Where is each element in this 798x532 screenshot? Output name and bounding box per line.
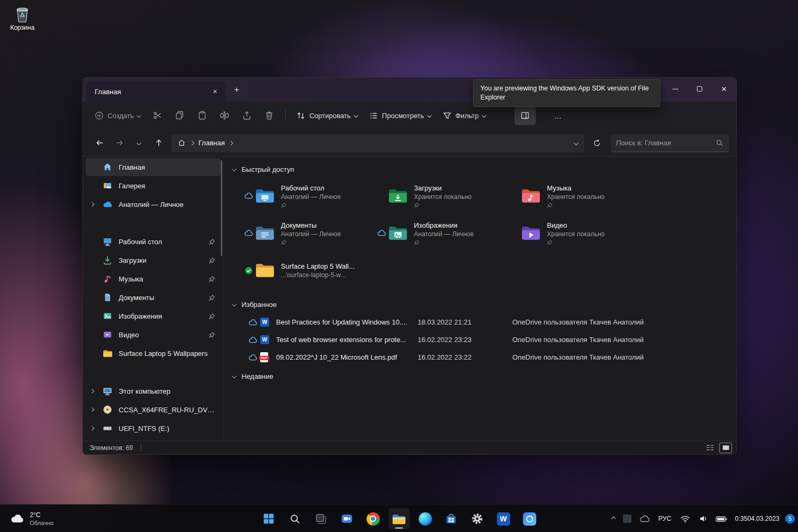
file-row[interactable]: PDF 09.02.2022^J 10_22 Microsoft Lens.pd… (229, 348, 736, 366)
sidebar-item-gallery[interactable]: Галерея (86, 177, 221, 195)
chevron-down-icon (232, 302, 236, 306)
chevron-down-icon (232, 374, 236, 378)
address-dropdown-chevron[interactable] (574, 140, 578, 145)
sidebar-item-home[interactable]: Главная (86, 158, 221, 176)
taskbar-edge-icon[interactable] (414, 508, 436, 529)
tile-music[interactable]: Музыка Хранится локально (506, 179, 639, 212)
wifi-icon[interactable] (678, 509, 693, 528)
gallery-icon (102, 180, 113, 191)
taskbar-chat-icon[interactable] (336, 508, 358, 529)
minimize-button[interactable] (663, 78, 687, 100)
sidebar-item-drive-e[interactable]: UEFI_NTFS (E:) (86, 419, 221, 437)
battery-icon[interactable] (713, 509, 729, 528)
tile-documents[interactable]: Документы Анатолий — Личное (240, 217, 373, 250)
home-icon (178, 139, 186, 147)
file-row[interactable]: W Test of web browser extensions for pro… (229, 331, 736, 348)
rename-button[interactable] (214, 106, 235, 125)
expand-chevron[interactable] (90, 408, 102, 411)
tile-downloads[interactable]: Загрузки Хранится локально (373, 179, 506, 212)
details-view-button[interactable] (703, 443, 716, 453)
sidebar-scrollbar[interactable] (221, 160, 222, 256)
create-button[interactable]: Создать (89, 106, 146, 125)
tile-pictures[interactable]: Изображения Анатолий — Личное (373, 217, 506, 250)
tray-app-icon[interactable] (621, 509, 634, 528)
forward-button[interactable] (110, 135, 128, 152)
section-favorites[interactable]: Избранное (229, 298, 736, 310)
expand-chevron[interactable] (90, 389, 102, 393)
cloud-sync-icon (248, 319, 260, 326)
paste-button[interactable] (192, 106, 213, 125)
tab-home[interactable]: Главная ✕ (86, 81, 226, 102)
taskbar-file-explorer-icon[interactable] (388, 508, 410, 529)
taskbar-settings-icon[interactable] (467, 508, 488, 529)
delete-button[interactable] (259, 106, 280, 125)
recycle-bin-label: Корзина (10, 24, 35, 31)
search-box[interactable] (611, 134, 729, 152)
close-button[interactable]: ✕ (712, 78, 736, 100)
folder-icon (255, 262, 276, 278)
computer-icon (102, 386, 113, 396)
expand-chevron[interactable] (90, 427, 102, 430)
share-button[interactable] (236, 106, 257, 125)
file-explorer-icon (392, 513, 406, 525)
details-pane-toggle[interactable] (514, 106, 536, 125)
taskbar-chrome-icon[interactable] (362, 508, 384, 529)
clock[interactable]: 0:35 04.03.2023 (733, 509, 782, 528)
tile-desktop[interactable]: Рабочий стол Анатолий — Личное (240, 179, 373, 212)
sidebar-item-this-pc[interactable]: Этот компьютер (86, 382, 221, 400)
search-input[interactable] (616, 139, 716, 147)
sort-button[interactable]: Сортировать (291, 106, 363, 125)
start-button[interactable] (258, 508, 279, 529)
desktop: Корзина Главная ✕ + ✕ You are previewing… (0, 0, 798, 532)
address-bar-row: Главная (83, 129, 736, 157)
taskbar-store-icon[interactable] (440, 508, 462, 529)
onedrive-tray-icon[interactable] (637, 509, 652, 528)
large-icons-view-button[interactable] (719, 443, 732, 453)
new-tab-button[interactable]: + (228, 81, 246, 98)
disc-icon (102, 404, 113, 415)
tray-overflow-button[interactable] (610, 509, 617, 528)
expand-chevron[interactable] (90, 203, 102, 206)
task-view-button[interactable] (310, 508, 331, 529)
more-options-button[interactable]: … (547, 106, 569, 125)
sidebar-item-downloads[interactable]: Загрузки (86, 251, 221, 269)
taskbar-word-icon[interactable]: W (493, 508, 514, 529)
arrow-right-icon (115, 138, 124, 147)
weather-widget[interactable]: 2°C Облачно (5, 505, 58, 532)
breadcrumb[interactable]: Главная (171, 134, 584, 152)
section-recent[interactable]: Недавние (229, 370, 736, 382)
file-row[interactable]: W Best Practices for Updating Windows 10… (229, 313, 736, 331)
filter-button[interactable]: Фильтр (437, 106, 491, 125)
up-button[interactable] (149, 135, 168, 152)
maximize-button[interactable] (687, 78, 712, 100)
sidebar-item-desktop[interactable]: Рабочий стол (86, 232, 221, 251)
volume-icon[interactable] (696, 509, 710, 528)
sidebar-item-onedrive[interactable]: Анатолий — Личное (86, 195, 221, 213)
view-button[interactable]: Просмотреть (364, 106, 436, 125)
refresh-button[interactable] (588, 135, 606, 152)
section-quick-access[interactable]: Быстрый доступ (229, 163, 736, 175)
sidebar-item-pictures[interactable]: Изображения (86, 307, 221, 325)
documents-icon (102, 292, 113, 303)
sidebar-item-music[interactable]: Музыка (86, 270, 221, 288)
sidebar-item-drive-d[interactable]: CCSA_X64FRE_RU-RU_DV5 (D:) (86, 401, 221, 419)
breadcrumb-item-home[interactable]: Главная (198, 139, 225, 147)
sidebar-item-wallpapers-folder[interactable]: Surface Laptop 5 Wallpapers (86, 344, 221, 362)
file-date: 16.02.2022 23:22 (418, 353, 512, 361)
tile-videos[interactable]: Видео Хранится локально (506, 217, 639, 250)
recycle-bin[interactable]: Корзина (4, 3, 40, 31)
sidebar-item-documents[interactable]: Документы (86, 288, 221, 306)
folder-icon (102, 348, 113, 359)
back-button[interactable] (90, 135, 109, 152)
taskbar-photos-icon[interactable] (519, 508, 540, 529)
sidebar-item-videos[interactable]: Видео (86, 326, 221, 344)
recent-locations-button[interactable] (130, 135, 148, 152)
notification-badge[interactable]: 5 (785, 514, 795, 523)
music-icon (102, 273, 113, 284)
cut-button[interactable] (147, 106, 168, 125)
language-switcher[interactable]: РУС (656, 509, 674, 528)
tile-wallpapers[interactable]: Surface Laptop 5 Wall... ...\surface-lap… (240, 254, 373, 287)
taskbar-search-button[interactable] (284, 508, 305, 529)
copy-button[interactable] (169, 106, 190, 125)
tab-close-button[interactable]: ✕ (209, 86, 221, 97)
